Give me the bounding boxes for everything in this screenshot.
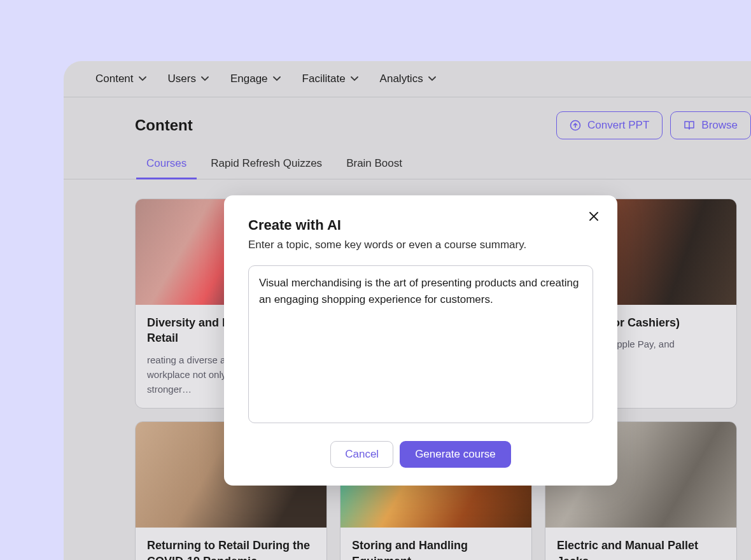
close-icon <box>589 212 598 223</box>
nav-label: Facilitate <box>302 73 346 85</box>
course-title: Returning to Retail During the COVID-19 … <box>147 538 315 560</box>
tabs: Courses Rapid Refresh Quizzes Brain Boos… <box>64 151 751 179</box>
tab-rapid-refresh[interactable]: Rapid Refresh Quizzes <box>209 151 323 179</box>
button-label: Browse <box>701 119 738 132</box>
nav-label: Analytics <box>380 73 423 85</box>
chevron-down-icon <box>428 76 436 81</box>
nav-label: Engage <box>230 73 268 85</box>
card-body: Electric and Manual Pallet Jacks <box>545 528 736 560</box>
upload-icon <box>570 120 581 131</box>
browse-button[interactable]: Browse <box>670 111 751 139</box>
course-title: Electric and Manual Pallet Jacks <box>557 538 725 560</box>
card-body: Storing and Handling Equipment <box>340 528 531 560</box>
card-body: Returning to Retail During the COVID-19 … <box>136 528 326 560</box>
nav-item-users[interactable]: Users <box>168 73 209 85</box>
header-actions: Convert PPT Browse <box>556 111 751 139</box>
topic-input[interactable] <box>248 265 593 423</box>
button-label: Convert PPT <box>587 119 649 132</box>
chevron-down-icon <box>351 76 358 81</box>
tab-label: Brain Boost <box>346 157 402 169</box>
modal-title: Create with AI <box>248 217 593 234</box>
generate-course-button[interactable]: Generate course <box>400 441 511 468</box>
page-title: Content <box>135 116 193 134</box>
nav-item-engage[interactable]: Engage <box>230 73 281 85</box>
chevron-down-icon <box>139 76 146 81</box>
modal-subtitle: Enter a topic, some key words or even a … <box>248 239 593 251</box>
page-header: Content Convert PPT Browse <box>64 97 751 151</box>
top-nav: Content Users Engage Facilitate Analytic… <box>64 61 751 97</box>
chevron-down-icon <box>273 76 281 81</box>
create-with-ai-modal: Create with AI Enter a topic, some key w… <box>224 195 617 486</box>
nav-item-analytics[interactable]: Analytics <box>380 73 436 85</box>
modal-actions: Cancel Generate course <box>248 441 593 468</box>
tab-brain-boost[interactable]: Brain Boost <box>345 151 404 179</box>
nav-label: Content <box>95 73 134 85</box>
nav-label: Users <box>168 73 196 85</box>
chevron-down-icon <box>201 76 209 81</box>
tab-label: Courses <box>146 157 186 169</box>
tab-label: Rapid Refresh Quizzes <box>211 157 322 169</box>
course-title: Storing and Handling Equipment <box>352 538 520 560</box>
nav-item-content[interactable]: Content <box>95 73 146 85</box>
close-button[interactable] <box>587 211 601 225</box>
tab-courses[interactable]: Courses <box>145 151 188 179</box>
cancel-button[interactable]: Cancel <box>330 441 393 468</box>
nav-item-facilitate[interactable]: Facilitate <box>302 73 358 85</box>
convert-ppt-button[interactable]: Convert PPT <box>556 111 663 139</box>
book-icon <box>684 120 695 131</box>
